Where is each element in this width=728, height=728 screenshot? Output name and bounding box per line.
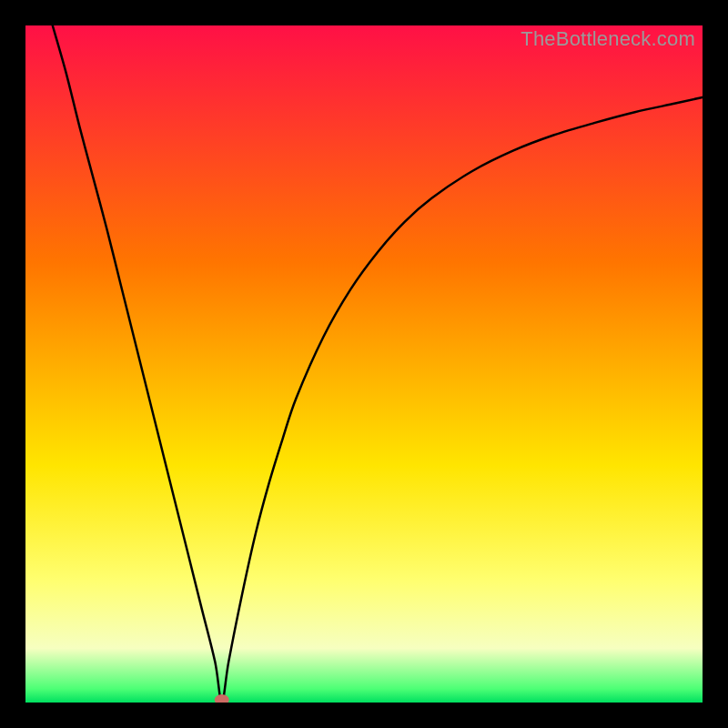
plot-area: TheBottleneck.com: [25, 25, 703, 703]
chart-frame: TheBottleneck.com: [0, 0, 728, 728]
gradient-background: [25, 25, 703, 703]
chart-svg: [25, 25, 703, 703]
watermark-text: TheBottleneck.com: [521, 27, 695, 51]
